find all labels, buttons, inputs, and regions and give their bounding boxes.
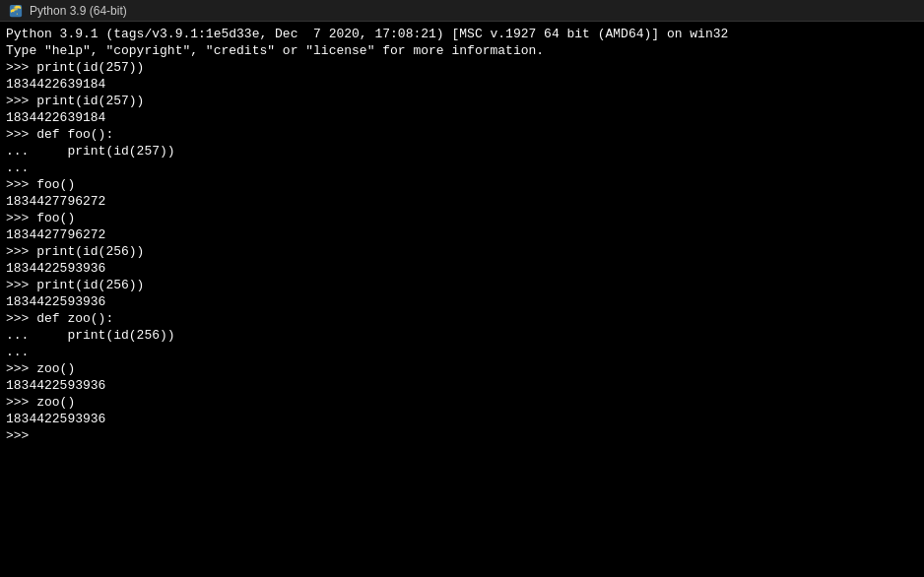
terminal-body: Python 3.9.1 (tags/v3.9.1:1e5d33e, Dec 7… [0, 22, 924, 577]
python-icon [8, 3, 24, 19]
terminal-output: Python 3.9.1 (tags/v3.9.1:1e5d33e, Dec 7… [6, 26, 918, 444]
terminal-line: Type "help", "copyright", "credits" or "… [6, 42, 918, 59]
terminal-line: >>> def zoo(): [6, 310, 918, 327]
terminal-line: 1834422639184 [6, 109, 918, 126]
terminal-line: 1834422593936 [6, 377, 918, 394]
terminal-line: ... print(id(257)) [6, 143, 918, 160]
terminal-line: >>> foo() [6, 176, 918, 193]
terminal-line: ... print(id(256)) [6, 327, 918, 344]
terminal-line: >>> def foo(): [6, 126, 918, 143]
terminal-line: >>> print(id(256)) [6, 243, 918, 260]
terminal-line: 1834422639184 [6, 76, 918, 93]
terminal-line: >>> [6, 427, 918, 444]
terminal-line: 1834427796272 [6, 193, 918, 210]
terminal-line: >>> print(id(256)) [6, 277, 918, 293]
terminal-line: 1834427796272 [6, 226, 918, 243]
terminal-line: >>> print(id(257)) [6, 93, 918, 109]
terminal-line: Python 3.9.1 (tags/v3.9.1:1e5d33e, Dec 7… [6, 26, 918, 42]
terminal-line: ... [6, 160, 918, 176]
title-bar: Python 3.9 (64-bit) [0, 0, 924, 22]
terminal-line: 1834422593936 [6, 293, 918, 310]
svg-point-1 [14, 7, 15, 8]
terminal-line: ... [6, 344, 918, 360]
terminal-line: >>> foo() [6, 210, 918, 226]
terminal-line: >>> print(id(257)) [6, 59, 918, 76]
terminal-line: 1834422593936 [6, 260, 918, 277]
svg-point-2 [17, 13, 18, 14]
terminal-line: >>> zoo() [6, 360, 918, 377]
terminal-line: 1834422593936 [6, 411, 918, 427]
terminal-line: >>> zoo() [6, 394, 918, 411]
title-bar-text: Python 3.9 (64-bit) [30, 4, 127, 18]
